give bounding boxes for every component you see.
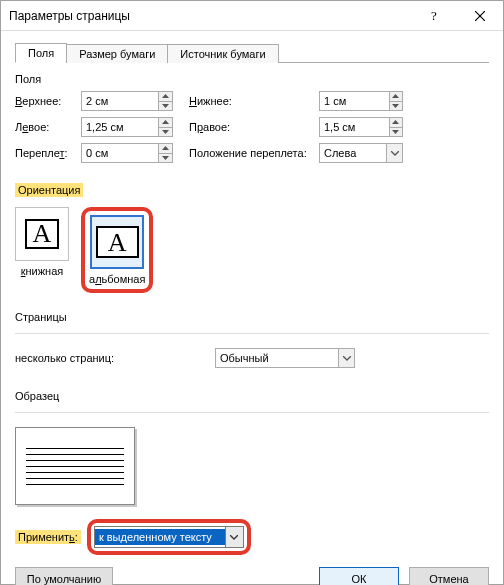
- right-margin-input[interactable]: [319, 117, 403, 137]
- svg-marker-6: [392, 104, 399, 108]
- tab-strip: Поля Размер бумаги Источник бумаги: [15, 39, 489, 63]
- titlebar: Параметры страницы ?: [1, 1, 503, 31]
- bottom-margin-value[interactable]: [320, 92, 389, 110]
- multi-pages-value: Обычный: [216, 352, 338, 364]
- top-margin-input[interactable]: [81, 91, 173, 111]
- apply-to-combo[interactable]: к выделенному тексту: [94, 526, 244, 548]
- margins-grid: Верхнее: Нижнее: Левое:: [15, 91, 489, 163]
- chevron-down-icon[interactable]: [225, 527, 243, 547]
- spin-down-icon[interactable]: [159, 102, 172, 111]
- top-margin-label: Верхнее:: [15, 95, 81, 107]
- spin-down-icon[interactable]: [159, 128, 172, 137]
- orientation-landscape[interactable]: A альбомная: [89, 215, 145, 285]
- gutter-input[interactable]: [81, 143, 173, 163]
- apply-to-value: к выделенному тексту: [95, 529, 225, 545]
- right-margin-label: Правое:: [189, 121, 319, 133]
- group-orientation-label: Ориентация: [15, 183, 83, 197]
- svg-marker-3: [162, 94, 169, 98]
- close-button[interactable]: [457, 1, 503, 31]
- preview-page-icon: [15, 427, 135, 505]
- chevron-down-icon[interactable]: [386, 144, 402, 162]
- chevron-down-icon[interactable]: [338, 349, 354, 367]
- left-margin-label: Левое:: [15, 121, 81, 133]
- gutter-value[interactable]: [82, 144, 158, 162]
- svg-text:?: ?: [431, 10, 437, 22]
- gutter-pos-value: Слева: [320, 147, 386, 159]
- multi-pages-combo[interactable]: Обычный: [215, 348, 355, 368]
- ok-button[interactable]: ОК: [319, 567, 399, 585]
- svg-marker-5: [392, 94, 399, 98]
- bottom-margin-label: Нижнее:: [189, 95, 319, 107]
- page-setup-dialog: Параметры страницы ? Поля Размер бумаги …: [0, 0, 504, 585]
- apply-label: Применить:: [15, 530, 81, 544]
- left-margin-value[interactable]: [82, 118, 158, 136]
- pages-row: несколько страниц: Обычный: [15, 348, 489, 368]
- orientation-portrait[interactable]: A книжная: [15, 207, 69, 293]
- gutter-pos-label: Положение переплета:: [189, 147, 319, 159]
- spin-up-icon[interactable]: [159, 92, 172, 102]
- dialog-content: Поля Размер бумаги Источник бумаги Поля …: [1, 31, 503, 585]
- preview: [15, 427, 489, 505]
- spin-down-icon[interactable]: [390, 102, 402, 111]
- cancel-button[interactable]: Отмена: [409, 567, 489, 585]
- svg-marker-11: [162, 146, 169, 150]
- group-pages-label: Страницы: [15, 311, 489, 323]
- svg-marker-8: [162, 130, 169, 134]
- gutter-label: Переплет:: [15, 147, 81, 159]
- footer: По умолчанию ОК Отмена: [15, 567, 489, 585]
- spin-up-icon[interactable]: [390, 92, 402, 102]
- left-margin-input[interactable]: [81, 117, 173, 137]
- svg-marker-9: [392, 120, 399, 124]
- svg-marker-4: [162, 104, 169, 108]
- highlight-apply: к выделенному тексту: [87, 519, 251, 555]
- window-title: Параметры страницы: [9, 9, 411, 23]
- orientation-group: A книжная A альбомная: [15, 207, 489, 293]
- right-margin-value[interactable]: [320, 118, 389, 136]
- tab-paper-source[interactable]: Источник бумаги: [167, 44, 278, 63]
- svg-marker-7: [162, 120, 169, 124]
- multi-pages-label: несколько страниц:: [15, 352, 205, 364]
- group-preview-label: Образец: [15, 390, 489, 402]
- group-margins-label: Поля: [15, 73, 489, 85]
- spin-down-icon[interactable]: [159, 154, 172, 163]
- landscape-icon: A: [90, 215, 144, 269]
- defaults-button[interactable]: По умолчанию: [15, 567, 113, 585]
- portrait-label: книжная: [21, 265, 64, 277]
- tab-paper-size[interactable]: Размер бумаги: [66, 44, 168, 63]
- spin-up-icon[interactable]: [159, 144, 172, 154]
- top-margin-value[interactable]: [82, 92, 158, 110]
- svg-marker-12: [162, 156, 169, 160]
- portrait-icon: A: [15, 207, 69, 261]
- tab-margins[interactable]: Поля: [15, 43, 67, 63]
- bottom-margin-input[interactable]: [319, 91, 403, 111]
- spin-up-icon[interactable]: [159, 118, 172, 128]
- svg-marker-10: [392, 130, 399, 134]
- spin-down-icon[interactable]: [390, 128, 402, 137]
- highlight-orientation: A альбомная: [81, 207, 153, 293]
- help-button[interactable]: ?: [411, 1, 457, 31]
- apply-row: Применить: к выделенному тексту: [15, 519, 489, 555]
- spin-up-icon[interactable]: [390, 118, 402, 128]
- landscape-label: альбомная: [89, 273, 145, 285]
- gutter-pos-combo[interactable]: Слева: [319, 143, 403, 163]
